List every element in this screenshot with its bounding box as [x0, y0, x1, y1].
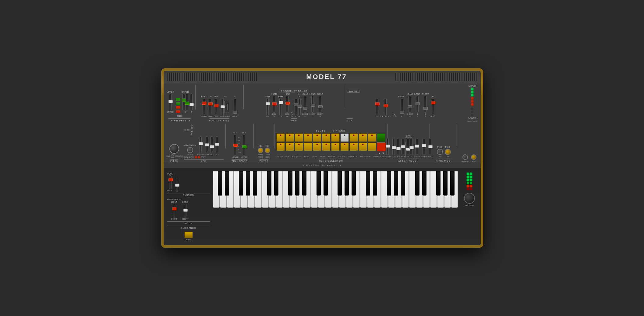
tone-btn-7[interactable]	[331, 133, 340, 142]
hp-fader[interactable]	[266, 98, 269, 115]
vca-a-fader[interactable]	[401, 98, 403, 115]
filter-res-knob[interactable]	[265, 148, 270, 153]
tone-btn-5[interactable]	[313, 133, 321, 142]
key-fs5[interactable]	[436, 171, 441, 196]
expansion-bar[interactable]: ▼ EXPANSION PANEL ▼	[164, 163, 481, 168]
key-fs2[interactable]	[288, 171, 292, 196]
al-fader[interactable]	[298, 98, 301, 115]
at-d-fader[interactable]	[410, 138, 412, 155]
at-depth-fader[interactable]	[416, 138, 418, 155]
tone-btn-24-red[interactable]	[377, 142, 385, 151]
at-vcf-fader[interactable]	[397, 138, 399, 155]
key-f5[interactable]	[430, 171, 437, 208]
key-cs4[interactable]	[366, 171, 370, 196]
lower-btn-1[interactable]	[175, 106, 180, 109]
tone-btn-23[interactable]	[368, 142, 376, 151]
pwm-fader[interactable]	[209, 98, 211, 115]
key-cs2[interactable]	[267, 171, 271, 196]
tone-btn-18[interactable]	[322, 142, 331, 151]
mix-fader[interactable]	[169, 94, 172, 110]
filter-freq-knob[interactable]	[258, 148, 263, 153]
key-as5[interactable]	[450, 171, 455, 196]
fine-knob[interactable]	[171, 154, 174, 158]
sustain-fader-1[interactable]	[169, 175, 172, 189]
res-lp-fader[interactable]	[286, 96, 288, 113]
at-speed-fader[interactable]	[386, 138, 389, 155]
vcf-out-fader[interactable]	[376, 98, 378, 115]
vca-d-fader[interactable]	[409, 96, 411, 113]
vcf-a-fader[interactable]	[304, 96, 306, 113]
tone-btn-12-init[interactable]	[377, 133, 385, 142]
upper-btn-2[interactable]	[175, 102, 180, 105]
at-a-fader[interactable]	[407, 138, 409, 155]
tone-btn-9[interactable]	[349, 133, 358, 142]
key-as3[interactable]	[352, 171, 356, 196]
at-speed2-fader[interactable]	[423, 138, 425, 155]
tone-btn-22[interactable]	[359, 142, 367, 151]
tone-btn-17[interactable]	[313, 142, 321, 151]
tone-btn-21[interactable]	[349, 142, 358, 151]
lfo-waveform-knob[interactable]	[187, 147, 193, 153]
transpose-upper-fader[interactable]	[243, 134, 245, 156]
tone-btn-10[interactable]	[359, 133, 367, 142]
tone-btn-15[interactable]	[295, 142, 303, 151]
tone-btn-16[interactable]	[304, 142, 312, 151]
tone-btn-13[interactable]	[276, 142, 285, 151]
vcf-r-fader[interactable]	[319, 96, 321, 113]
key-gs2[interactable]	[295, 171, 299, 196]
key-gs4[interactable]	[394, 171, 398, 196]
lower-btn-2[interactable]	[175, 110, 180, 113]
detune-fader[interactable]	[190, 94, 193, 110]
key-cs5[interactable]	[415, 171, 419, 196]
tone-btn-6[interactable]	[322, 133, 331, 142]
pw-fader[interactable]	[215, 98, 217, 115]
upper2-fader[interactable]	[182, 94, 185, 110]
speed-fader[interactable]	[203, 98, 205, 115]
key-ds1[interactable]	[225, 171, 229, 196]
age-knob[interactable]	[471, 154, 476, 160]
key-as1[interactable]	[253, 171, 257, 196]
init-up-arrow[interactable]: ▲	[378, 152, 381, 155]
key-fs3[interactable]	[338, 171, 342, 196]
lfo-vcf-fader[interactable]	[211, 136, 213, 153]
vca-r-fader[interactable]	[424, 96, 426, 113]
volume-knob[interactable]	[464, 193, 475, 204]
transpose-lower-fader[interactable]	[234, 134, 236, 156]
lp-fader[interactable]	[279, 98, 282, 115]
upper3-fader[interactable]	[186, 94, 188, 110]
sustain-fader-2[interactable]	[176, 178, 178, 192]
tone-btn-14[interactable]	[285, 142, 294, 151]
ring-knob-1[interactable]	[437, 149, 443, 155]
noise-fader[interactable]	[234, 98, 236, 115]
key-ds2[interactable]	[274, 171, 278, 196]
key-ds5[interactable]	[422, 171, 426, 196]
key-as4[interactable]	[401, 171, 405, 196]
unison-btn[interactable]	[184, 232, 193, 238]
key-as2[interactable]	[302, 171, 306, 196]
tone-btn-1[interactable]	[276, 133, 285, 142]
at-mod-fader[interactable]	[429, 138, 431, 155]
at-vca-fader[interactable]	[402, 138, 404, 155]
tone-btn-3[interactable]	[295, 133, 303, 142]
key-c5[interactable]	[409, 171, 416, 208]
key-cs3[interactable]	[317, 171, 321, 196]
tone-btn-11[interactable]	[368, 133, 376, 142]
lfo-vco-fader[interactable]	[206, 136, 208, 153]
key-fs1[interactable]	[239, 171, 243, 196]
vcf-d-fader[interactable]	[311, 96, 314, 113]
glide-fader-2[interactable]	[184, 204, 186, 217]
vca-s-fader[interactable]	[416, 96, 419, 113]
lfo-vca-fader[interactable]	[216, 136, 218, 153]
key-ds3[interactable]	[324, 171, 328, 196]
tone-btn-4[interactable]	[304, 133, 312, 142]
reverb-knob[interactable]	[462, 154, 468, 160]
key-cs1[interactable]	[218, 171, 222, 196]
il-fader[interactable]	[295, 98, 297, 115]
key-gs5[interactable]	[443, 171, 448, 196]
vca-level-fader[interactable]	[432, 98, 434, 115]
upper-btn-1[interactable]	[175, 98, 180, 101]
ring-knob-2[interactable]	[445, 149, 451, 155]
tone-btn-2[interactable]	[285, 133, 294, 142]
at-vco-fader[interactable]	[392, 138, 395, 155]
key-fs4[interactable]	[387, 171, 391, 196]
